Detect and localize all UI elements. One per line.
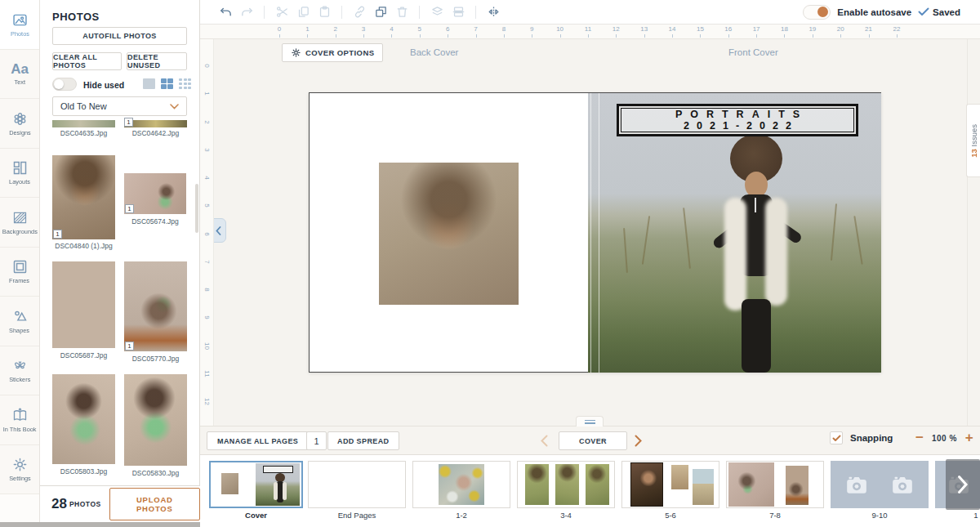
duplicate-icon[interactable] [370,2,391,23]
photo-filename: DSC05770.Jpg [124,355,187,363]
cut-icon[interactable] [271,2,292,23]
usage-badge: 1 [53,230,62,239]
sidebar-item-label: Designs [9,129,31,136]
hide-used-toggle[interactable] [52,78,77,91]
align-icon[interactable] [448,2,469,23]
check-icon [832,435,841,442]
sidebar-item-label: Settings [9,476,31,482]
filmstrip-label: End Pages [308,511,406,520]
chevron-right-icon [957,475,969,494]
horizontal-ruler-ticks: 012345678910111213141516171819202122 [274,25,902,33]
photo-thumbnail[interactable] [52,120,115,127]
sidebar-item-label: Frames [10,278,30,284]
photo-count-label: PHOTOS [69,500,101,508]
clear-all-photos-button[interactable]: CLEAR ALL PHOTOS [52,52,122,70]
frames-icon [11,258,29,275]
photo-thumbnail[interactable] [52,261,115,348]
flip-icon[interactable] [483,2,504,23]
gear-icon [291,47,301,58]
zoom-out-button[interactable]: − [915,431,924,444]
sort-dropdown[interactable]: Old To New [52,96,187,116]
filmstrip-page-1-2[interactable] [412,461,510,508]
photos-panel: PHOTOS AUTOFILL PHOTOS CLEAR ALL PHOTOS … [40,0,200,527]
manage-all-pages-button[interactable]: MANAGE ALL PAGES [207,431,309,450]
canvas-area: COVER OPTIONS Back Cover Front Cover P [214,39,980,426]
filmstrip-page-endpages[interactable] [308,461,406,508]
camera-placeholder-icon [844,474,869,495]
filmstrip-page-9-10[interactable] [831,461,929,508]
cover-title-box[interactable]: PORTRAITS 2021-2022 [617,104,858,136]
photo-thumbnail[interactable]: 1 [52,155,115,239]
photo-thumbnail[interactable]: 1 [124,120,187,127]
photo-thumbnail[interactable]: 1 [124,261,187,351]
snapping-control[interactable]: Snapping [830,431,893,444]
copy-icon[interactable] [292,2,314,23]
sidebar-item-frames[interactable]: Frames [0,248,39,297]
sidebar-item-shapes[interactable]: Shapes [0,297,39,346]
backgrounds-icon [11,209,29,226]
autofill-photos-button[interactable]: AUTOFILL PHOTOS [52,27,187,45]
previous-page-chevron[interactable] [537,431,551,450]
cover-options-label: COVER OPTIONS [305,48,374,57]
filmstrip-label: Cover [209,511,303,520]
photo-thumbnail[interactable]: 1 [124,173,186,214]
filmstrip-page-7-8[interactable] [726,461,824,508]
redo-icon[interactable] [236,2,257,23]
sidebar-item-label: Text [14,78,24,85]
zoom-in-button[interactable]: + [965,431,973,444]
front-cover-photo[interactable]: PORTRAITS 2021-2022 [588,93,881,373]
photo-count: 28 [51,496,67,512]
filmstrip-page-cover[interactable] [209,461,303,508]
sidebar-item-layouts[interactable]: Layouts [0,149,39,199]
usage-badge: 1 [124,118,133,127]
delete-unused-button[interactable]: DELETE UNUSED [127,52,187,70]
model-legs [742,299,771,373]
sidebar-item-label: Shapes [10,327,30,333]
sidebar-item-backgrounds[interactable]: Backgrounds [0,198,39,248]
autosave-toggle[interactable] [803,5,831,20]
toggle-knob [817,7,828,17]
filmstrip-collapse-handle[interactable] [576,416,604,427]
filmstrip-page-5-6[interactable] [621,461,719,508]
sidebar-item-designs[interactable]: Designs [0,99,39,149]
cover-title-line2: 2021-2022 [676,120,799,132]
usage-badge: 1 [125,342,134,351]
sidebar-item-text[interactable]: Aa Text [0,50,39,100]
panel-scrollbar[interactable] [195,184,198,233]
sidebar-item-stickers[interactable]: Stickers [0,346,39,396]
filmstrip-page-3-4[interactable] [517,461,615,508]
next-page-chevron[interactable] [630,431,645,450]
paste-icon[interactable] [314,2,335,23]
fur-vest [724,198,746,310]
view-grid-2-icon[interactable] [161,78,173,89]
photo-filename: DSC04840 (1).Jpg [52,242,115,250]
view-single-icon[interactable] [143,78,155,89]
upload-photos-button[interactable]: UPLOAD PHOTOS [109,488,200,520]
filmstrip-label: 5-6 [621,511,719,520]
vertical-ruler-ticks: 0123456789101112 [200,62,214,405]
snapping-checkbox[interactable] [830,431,843,444]
tool-rail: Photos Aa Text Designs Layouts Backgroun… [0,0,40,527]
arrange-icon[interactable] [426,2,448,23]
hide-used-label: Hide used [83,80,124,90]
sidebar-item-photos[interactable]: Photos [0,0,39,50]
filmstrip-label: 9-10 [831,511,929,520]
sidebar-item-in-this-book[interactable]: In This Book [0,395,39,445]
link-icon[interactable] [349,2,370,23]
undo-icon[interactable] [215,2,236,23]
sidebar-item-settings[interactable]: Settings [0,445,39,495]
add-spread-button[interactable]: ADD SPREAD [327,431,399,450]
issues-tab[interactable]: 13 Issues [966,104,980,177]
page-number-input[interactable] [306,431,327,450]
photo-thumbnail[interactable] [52,374,115,464]
filmstrip-next-button[interactable] [946,459,980,510]
photo-filename: DSC05687.Jpg [52,351,115,360]
delete-icon[interactable] [391,2,412,23]
panel-scrollbar-horizontal[interactable] [0,522,200,527]
cover-options-button[interactable]: COVER OPTIONS [282,43,383,62]
back-cover-photo[interactable] [379,163,519,305]
view-grid-3-icon[interactable] [179,78,191,89]
current-page-button[interactable]: COVER [559,431,627,450]
photo-thumbnail[interactable] [124,374,187,466]
chevron-left-icon [216,226,221,235]
